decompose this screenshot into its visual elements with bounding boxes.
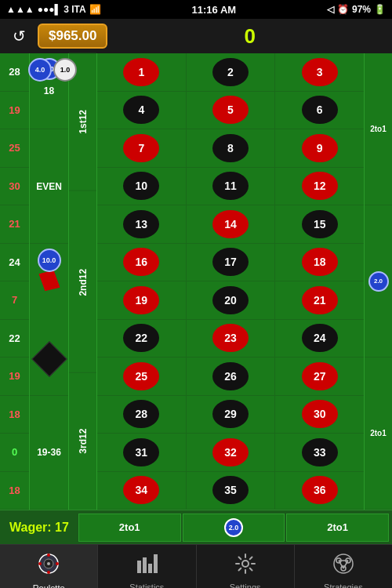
chip: 2.0 — [368, 271, 389, 292]
number-oval: 9 — [302, 134, 338, 162]
even-odd-cell[interactable]: 19-36 — [30, 396, 68, 510]
nav-item-roulette[interactable]: Roulette — [0, 545, 98, 588]
dozen-cell[interactable]: 2nd12 — [69, 191, 96, 373]
number-cell[interactable]: 24 — [275, 320, 364, 358]
wager-label: Wager: 17 — [0, 521, 78, 535]
wager-cells: 2to12.02to1 — [78, 514, 392, 542]
number-cell[interactable]: 4 — [97, 92, 187, 129]
status-left: ▲▲▲ ●●●▌ 3 ITA 📶 — [6, 4, 101, 15]
number-oval: 15 — [302, 210, 338, 238]
svg-point-2 — [47, 562, 50, 565]
number-cell[interactable]: 29 — [187, 396, 276, 434]
nav-item-strategies[interactable]: Strategies — [295, 545, 392, 588]
dozens-column[interactable]: 1st122nd123rd12 — [69, 53, 97, 510]
number-oval: 4 — [123, 96, 159, 124]
number-cell[interactable]: 27 — [275, 358, 364, 395]
number-cell[interactable]: 33 — [275, 434, 364, 471]
number-cell[interactable]: 20 — [187, 281, 276, 319]
even-odd-cell[interactable]: EVEN — [30, 129, 68, 244]
number-row: 131415 — [97, 205, 364, 244]
number-cell[interactable]: 35 — [187, 472, 276, 510]
number-cell[interactable]: 18 — [275, 244, 364, 281]
number-cell[interactable]: 34 — [97, 472, 187, 510]
recent-number-item: 18 — [0, 396, 29, 434]
number-cell[interactable]: 23 — [187, 320, 276, 358]
nav-label-statistics: Statistics — [129, 583, 164, 589]
number-cell[interactable]: 15 — [275, 205, 364, 243]
back-button[interactable]: ↺ — [6, 24, 31, 49]
number-cell[interactable]: 26 — [187, 358, 276, 395]
number-cell[interactable]: 5 — [187, 92, 276, 129]
svg-point-4 — [47, 571, 50, 574]
chip: 10.0 — [38, 249, 61, 272]
nav-item-settings[interactable]: Settings — [197, 545, 295, 588]
number-oval: 33 — [302, 438, 338, 466]
number-cell[interactable]: 36 — [275, 472, 364, 510]
number-cell[interactable]: 14 — [187, 205, 276, 243]
number-oval: 20 — [212, 286, 249, 314]
number-cell[interactable]: 21 — [275, 281, 364, 319]
two-to-one-cell[interactable]: 2to1 — [365, 53, 392, 205]
number-row: 101112 — [97, 168, 364, 206]
svg-point-6 — [56, 562, 59, 565]
dozen-cell[interactable]: 3rd12 — [69, 372, 96, 510]
number-cell[interactable]: 11 — [187, 168, 276, 205]
signal-icon: ▲▲▲ — [6, 4, 34, 15]
number-oval: 2 — [212, 58, 249, 86]
roulette-table: 2819253021247221918018 4.018EVEN10.0ODD1… — [0, 53, 392, 510]
number-cell[interactable]: 19 — [97, 281, 187, 319]
location-icon: ◁ — [327, 4, 334, 15]
number-oval: 26 — [212, 362, 249, 390]
wager-cell[interactable]: 2to1 — [286, 514, 389, 542]
wager-chip: 2.0 — [224, 518, 243, 537]
number-oval: 22 — [123, 324, 159, 352]
svg-point-3 — [47, 554, 50, 557]
two-to-one-cell[interactable]: 2.0 — [365, 205, 392, 358]
number-cell[interactable]: 9 — [275, 129, 364, 167]
nav-item-statistics[interactable]: Statistics — [98, 545, 196, 588]
number-cell[interactable]: 25 — [97, 358, 187, 395]
number-cell[interactable]: 3 — [275, 53, 364, 91]
wager-cell[interactable]: 2.0 — [183, 514, 285, 542]
wager-cell[interactable]: 2to1 — [78, 514, 181, 542]
number-cell[interactable]: 30 — [275, 396, 364, 434]
settings-icon — [234, 553, 256, 579]
number-cell[interactable]: 10 — [97, 168, 187, 205]
wifi-icon: 📶 — [89, 4, 101, 15]
status-right: ◁ ⏰ 97% 🔋 — [327, 4, 386, 15]
recent-number-item: 7 — [0, 281, 29, 320]
status-bar: ▲▲▲ ●●●▌ 3 ITA 📶 11:16 AM ◁ ⏰ 97% 🔋 — [0, 0, 392, 19]
number-oval: 12 — [302, 172, 338, 200]
number-row: 789 — [97, 129, 364, 168]
recent-number-item: 24 — [0, 244, 29, 282]
number-oval: 25 — [123, 362, 159, 390]
number-row: 222324 — [97, 320, 364, 358]
two-to-one-column[interactable]: 2to12.02to1 — [364, 53, 392, 510]
even-odd-column[interactable]: 4.018EVEN10.0ODD19-36 — [30, 53, 69, 510]
number-cell[interactable]: 16 — [97, 244, 187, 281]
number-cell[interactable]: 31 — [97, 434, 187, 471]
svg-rect-7 — [137, 561, 141, 573]
number-cell[interactable]: 32 — [187, 434, 276, 471]
marker-flag — [38, 268, 60, 292]
number-oval: 27 — [302, 362, 338, 390]
number-cell[interactable]: 2 — [187, 53, 276, 91]
number-row: 343536 — [97, 472, 364, 510]
number-cell[interactable]: 17 — [187, 244, 276, 281]
number-cell[interactable]: 22 — [97, 320, 187, 358]
number-cell[interactable]: 1 — [97, 53, 187, 91]
roulette-icon — [37, 552, 60, 580]
svg-rect-9 — [148, 564, 152, 573]
even-odd-cell[interactable]: 10.0ODD — [30, 244, 68, 396]
number-cell[interactable]: 7 — [97, 129, 187, 167]
number-cell[interactable]: 13 — [97, 205, 187, 243]
recent-numbers-column: 2819253021247221918018 — [0, 53, 30, 510]
number-cell[interactable]: 28 — [97, 396, 187, 434]
number-cell[interactable]: 12 — [275, 168, 364, 205]
two-to-one-cell[interactable]: 2to1 — [365, 358, 392, 510]
number-cell[interactable]: 8 — [187, 129, 276, 167]
number-cell[interactable]: 6 — [275, 92, 364, 129]
carrier-text: ●●●▌ 3 ITA — [38, 4, 86, 15]
recent-number-item: 19 — [0, 358, 29, 396]
number-oval: 24 — [302, 324, 338, 352]
